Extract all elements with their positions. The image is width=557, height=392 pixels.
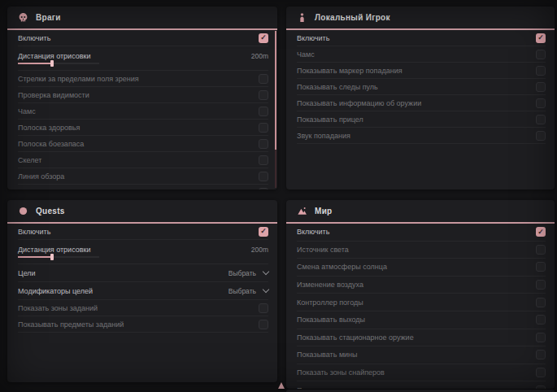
option-label: Источник света — [297, 246, 349, 254]
checkbox[interactable] — [536, 280, 546, 290]
checkbox[interactable] — [259, 74, 268, 84]
option-label: Показывать выходы — [297, 316, 365, 324]
option-label: Чамс — [18, 107, 36, 115]
person-icon — [297, 12, 307, 23]
option-row[interactable]: Показывать информацию об оружии — [297, 95, 546, 111]
option-row[interactable]: Дистанция отрисовки200m — [18, 46, 268, 71]
slider-handle[interactable] — [50, 60, 54, 67]
option-row[interactable]: Включить — [297, 224, 546, 242]
checkbox[interactable] — [536, 298, 546, 307]
select-value: Выбрать — [228, 287, 256, 295]
option-row[interactable]: Модификаторы целейВыбрать — [18, 282, 268, 300]
option-row[interactable]: Показывать мины — [297, 346, 546, 364]
checkbox[interactable] — [536, 50, 546, 59]
option-row[interactable]: Скелет — [18, 152, 268, 168]
slider-track[interactable] — [18, 63, 99, 64]
checkbox[interactable] — [259, 172, 268, 181]
option-row[interactable]: Включить — [18, 224, 268, 240]
option-label: Включить — [297, 34, 329, 42]
checkbox[interactable] — [536, 115, 546, 124]
slider-handle[interactable] — [50, 254, 54, 260]
option-row[interactable]: ЦелиВыбрать — [18, 264, 268, 282]
panel-quests-header: Quests — [7, 200, 277, 224]
slider-track[interactable] — [18, 256, 99, 258]
slider-row-top: Дистанция отрисовки200m — [18, 52, 268, 60]
checkbox[interactable] — [536, 262, 546, 272]
checkbox[interactable] — [259, 155, 268, 165]
option-label: Показывать стационарное оружие — [297, 333, 414, 342]
option-row[interactable]: Показывать стационарное оружие — [297, 329, 546, 347]
checkbox[interactable] — [536, 315, 546, 324]
option-label: Включить — [18, 228, 50, 236]
option-label: Показать зоны заданий — [18, 304, 98, 312]
option-row[interactable]: Дистанция отрисовки200m — [18, 240, 268, 264]
option-row[interactable]: Показать зоны снайперов — [297, 364, 546, 382]
option-row[interactable]: Проверка видимости — [18, 87, 268, 103]
option-row[interactable]: Показывать выходы — [297, 311, 546, 329]
select-dropdown[interactable]: Выбрать — [228, 269, 268, 277]
checkbox[interactable] — [259, 188, 268, 190]
option-row[interactable]: Показать точки выхода — [297, 381, 546, 389]
option-row[interactable]: Показывать предметы заданий — [18, 316, 268, 333]
option-row[interactable]: Чамс — [18, 103, 268, 120]
checkbox[interactable] — [536, 333, 546, 342]
option-label: Стрелки за пределами поля зрения — [18, 75, 139, 83]
option-row[interactable]: Включить — [297, 30, 546, 46]
option-row[interactable]: Стрелки за пределами поля зрения — [18, 71, 268, 87]
option-row[interactable]: Показывать следы пуль — [18, 185, 268, 189]
option-label: Контроллер погоды — [297, 298, 363, 307]
option-row[interactable]: Чамс — [297, 46, 546, 63]
checkbox[interactable] — [536, 98, 546, 108]
panel-quests-rows: ВключитьДистанция отрисовки200mЦелиВыбра… — [7, 224, 277, 382]
checkbox[interactable] — [536, 368, 546, 377]
scrollbar-thumb[interactable] — [275, 31, 276, 150]
option-row[interactable]: Источник света — [297, 242, 546, 259]
option-row[interactable]: Полоска боезапаса — [18, 136, 268, 152]
panel-enemies-rows: ВключитьДистанция отрисовки200mСтрелки з… — [7, 30, 277, 189]
option-row[interactable]: Полоска здоровья — [18, 120, 268, 136]
checkbox[interactable] — [259, 227, 268, 237]
option-row[interactable]: Показывать следы пуль — [297, 79, 546, 95]
checkbox[interactable] — [536, 82, 546, 92]
checkbox[interactable] — [259, 33, 268, 43]
checkbox[interactable] — [259, 123, 268, 133]
option-row[interactable]: Изменение воздуха — [297, 277, 546, 294]
checkbox[interactable] — [536, 66, 546, 76]
option-label: Показать точки выхода — [297, 386, 375, 389]
checkbox[interactable] — [259, 320, 268, 329]
option-row[interactable]: Смена атмосферы солнца — [297, 259, 546, 277]
panel-world: Мир ВключитьИсточник светаСмена атмосфер… — [286, 200, 555, 389]
option-row[interactable]: Звук попадания — [297, 128, 546, 144]
select-dropdown[interactable]: Выбрать — [228, 287, 268, 295]
slider-value: 200m — [251, 246, 268, 254]
checkbox[interactable] — [259, 139, 268, 149]
option-label: Показать зоны снайперов — [297, 368, 385, 377]
option-row[interactable]: Контроллер погоды — [297, 294, 546, 311]
scrollbar-track[interactable] — [275, 31, 276, 188]
checkbox[interactable] — [536, 131, 546, 141]
checkbox[interactable] — [536, 385, 546, 389]
option-label: Показывать мины — [297, 351, 358, 359]
checkbox[interactable] — [536, 245, 546, 255]
option-row[interactable]: Показывать маркер попадания — [297, 63, 546, 79]
option-row[interactable]: Показать зоны заданий — [18, 300, 268, 316]
option-label: Смена атмосферы солнца — [297, 263, 387, 271]
checkbox[interactable] — [259, 107, 268, 116]
option-row[interactable]: Включить — [18, 30, 268, 46]
option-row[interactable]: Линия обзора — [18, 168, 268, 185]
option-label: Дистанция отрисовки — [18, 52, 91, 60]
game-overlay-menu: { "colors": { "accent": "#dda3a9", "head… — [0, 0, 557, 392]
checkbox[interactable] — [259, 90, 268, 100]
checkbox[interactable] — [536, 33, 546, 43]
option-label: Звук попадания — [297, 132, 350, 140]
chevron-down-icon — [263, 268, 269, 275]
slider-fill — [18, 256, 52, 258]
option-row[interactable]: Показывать прицел — [297, 111, 546, 128]
option-label: Показывать следы пуль — [18, 189, 99, 190]
panel-world-rows: ВключитьИсточник светаСмена атмосферы со… — [286, 224, 555, 389]
checkbox[interactable] — [536, 227, 546, 237]
slider-row-top: Дистанция отрисовки200m — [18, 246, 268, 254]
slider-fill — [18, 63, 52, 64]
checkbox[interactable] — [536, 350, 546, 359]
checkbox[interactable] — [259, 303, 268, 313]
